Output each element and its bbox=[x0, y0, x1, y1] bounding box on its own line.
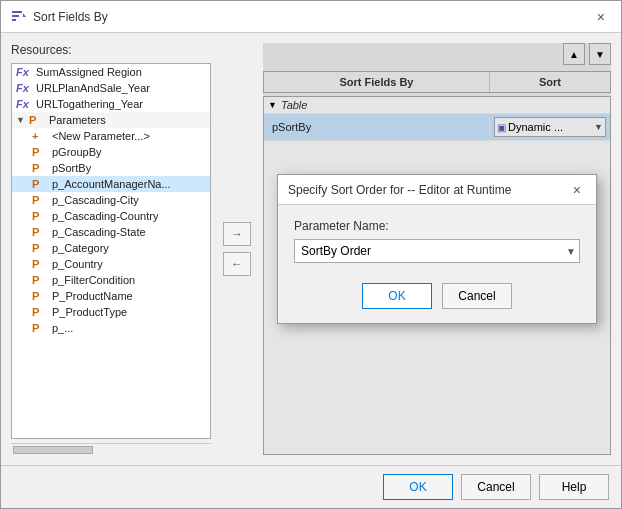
item-label: p_... bbox=[52, 322, 73, 334]
item-label: URLTogathering_Year bbox=[36, 98, 143, 110]
item-label: p_FilterCondition bbox=[52, 274, 135, 286]
list-item[interactable]: P P_ProductType bbox=[12, 304, 210, 320]
p-badge: P bbox=[29, 114, 45, 126]
modal-dialog: Specify Sort Order for -- Editor at Runt… bbox=[277, 174, 597, 324]
right-panel: ▲ ▼ Sort Fields By Sort ▼ Table pSortBy bbox=[263, 43, 611, 455]
p-badge: P bbox=[32, 322, 48, 334]
scroll-thumb[interactable] bbox=[13, 446, 93, 454]
p-badge: P bbox=[32, 258, 48, 270]
list-item[interactable]: P p_Cascading-Country bbox=[12, 208, 210, 224]
bottom-bar: OK Cancel Help bbox=[1, 465, 621, 508]
svg-rect-0 bbox=[12, 11, 22, 13]
modal-title: Specify Sort Order for -- Editor at Runt… bbox=[288, 183, 511, 197]
remove-field-button[interactable]: ← bbox=[223, 252, 251, 276]
svg-rect-1 bbox=[12, 15, 19, 17]
group-expand-icon: ▼ bbox=[16, 115, 25, 125]
item-label: P_ProductType bbox=[52, 306, 127, 318]
item-label: <New Parameter...> bbox=[52, 130, 150, 142]
dialog-title: Sort Fields By bbox=[33, 10, 108, 24]
modal-ok-button[interactable]: OK bbox=[362, 283, 432, 309]
plus-badge: + bbox=[32, 130, 48, 142]
help-button[interactable]: Help bbox=[539, 474, 609, 500]
item-label: SumAssigned Region bbox=[36, 66, 142, 78]
item-label: P_ProductName bbox=[52, 290, 133, 302]
item-label: p_Category bbox=[52, 242, 109, 254]
list-item[interactable]: P p_Cascading-State bbox=[12, 224, 210, 240]
p-badge: P bbox=[32, 146, 48, 158]
item-label: p_Cascading-City bbox=[52, 194, 139, 206]
modal-field-label: Parameter Name: bbox=[294, 219, 580, 233]
list-item[interactable]: P pGroupBy bbox=[12, 144, 210, 160]
item-label: URLPlanAndSale_Year bbox=[36, 82, 150, 94]
p-badge: P bbox=[32, 290, 48, 302]
p-badge: P bbox=[32, 194, 48, 206]
list-item[interactable]: Fx URLPlanAndSale_Year bbox=[12, 80, 210, 96]
p-badge: P bbox=[32, 306, 48, 318]
list-item-accountmanager[interactable]: P p_AccountManagerNa... bbox=[12, 176, 210, 192]
resources-list-container: Fx SumAssigned Region Fx URLPlanAndSale_… bbox=[11, 63, 211, 439]
item-label: p_Country bbox=[52, 258, 103, 270]
p-badge: P bbox=[32, 242, 48, 254]
list-item[interactable]: P p_Category bbox=[12, 240, 210, 256]
item-label: p_AccountManagerNa... bbox=[52, 178, 171, 190]
item-label: pGroupBy bbox=[52, 146, 102, 158]
modal-cancel-button[interactable]: Cancel bbox=[442, 283, 512, 309]
p-badge: P bbox=[32, 226, 48, 238]
title-bar: Sort Fields By × bbox=[1, 1, 621, 33]
item-label: p_Cascading-Country bbox=[52, 210, 158, 222]
fx-badge: Fx bbox=[16, 98, 32, 110]
fx-badge: Fx bbox=[16, 82, 32, 94]
modal-body: Parameter Name: SortBy Order ▼ bbox=[278, 205, 596, 273]
title-close-button[interactable]: × bbox=[591, 7, 611, 27]
horizontal-scrollbar[interactable] bbox=[11, 443, 211, 455]
resources-list[interactable]: Fx SumAssigned Region Fx URLPlanAndSale_… bbox=[11, 63, 211, 439]
ok-button[interactable]: OK bbox=[383, 474, 453, 500]
list-item[interactable]: P P_ProductName bbox=[12, 288, 210, 304]
parameter-name-select[interactable]: SortBy Order bbox=[294, 239, 580, 263]
modal-title-bar: Specify Sort Order for -- Editor at Runt… bbox=[278, 175, 596, 205]
list-item[interactable]: P p_FilterCondition bbox=[12, 272, 210, 288]
arrow-right-icon: → bbox=[231, 227, 243, 241]
fx-badge: Fx bbox=[16, 66, 32, 78]
cancel-button[interactable]: Cancel bbox=[461, 474, 531, 500]
main-dialog: Sort Fields By × Resources: Fx SumAssign… bbox=[0, 0, 622, 509]
list-item-psortby[interactable]: P pSortBy bbox=[12, 160, 210, 176]
main-content: Resources: Fx SumAssigned Region Fx URLP… bbox=[1, 33, 621, 465]
list-item[interactable]: Fx URLTogathering_Year bbox=[12, 96, 210, 112]
p-badge: P bbox=[32, 210, 48, 222]
item-label: pSortBy bbox=[52, 162, 91, 174]
modal-close-button[interactable]: × bbox=[568, 181, 586, 199]
list-item[interactable]: P p_... bbox=[12, 320, 210, 336]
svg-rect-2 bbox=[12, 19, 16, 21]
resources-label: Resources: bbox=[11, 43, 211, 57]
p-badge: P bbox=[32, 162, 48, 174]
left-panel: Resources: Fx SumAssigned Region Fx URLP… bbox=[11, 43, 211, 455]
svg-marker-3 bbox=[23, 13, 26, 17]
p-badge: P bbox=[32, 178, 48, 190]
list-item[interactable]: + <New Parameter...> bbox=[12, 128, 210, 144]
group-label: Parameters bbox=[49, 114, 106, 126]
modal-select-wrapper: SortBy Order ▼ bbox=[294, 239, 580, 263]
p-badge: P bbox=[32, 274, 48, 286]
list-item[interactable]: Fx SumAssigned Region bbox=[12, 64, 210, 80]
sort-icon bbox=[11, 9, 27, 25]
modal-overlay: Specify Sort Order for -- Editor at Runt… bbox=[263, 43, 611, 455]
transfer-buttons: → ← bbox=[219, 43, 255, 455]
add-field-button[interactable]: → bbox=[223, 222, 251, 246]
arrow-left-icon: ← bbox=[231, 257, 243, 271]
list-item-country[interactable]: P p_Country bbox=[12, 256, 210, 272]
modal-buttons: OK Cancel bbox=[278, 273, 596, 323]
group-header-parameters[interactable]: ▼ P Parameters bbox=[12, 112, 210, 128]
list-item[interactable]: P p_Cascading-City bbox=[12, 192, 210, 208]
item-label: p_Cascading-State bbox=[52, 226, 146, 238]
title-bar-left: Sort Fields By bbox=[11, 9, 108, 25]
